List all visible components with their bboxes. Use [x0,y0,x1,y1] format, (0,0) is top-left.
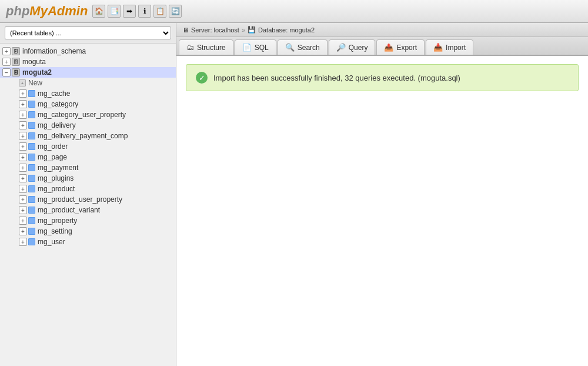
tab-search[interactable]: 🔍 Search [278,39,328,55]
expander-mg-cache[interactable]: + [19,89,27,98]
expander-mg-payment[interactable]: + [19,164,27,172]
table-icon-mg-product-user-property [28,196,35,203]
tab-import-label: Import [446,44,466,52]
expander-mg-product-variant[interactable]: + [19,206,27,214]
breadcrumb: 🖥 Server: localhost » 💾 Database: moguta… [176,23,588,37]
tree-item-new[interactable]: + New [0,78,176,88]
success-icon: ✓ [196,72,208,84]
main-layout: (Recent tables) ... + 🗄 information_sche… [0,23,588,366]
expander-mg-product-user-property[interactable]: + [19,195,27,204]
label-mg-user: mg_user [38,238,65,246]
db-icon-moguta2: 🗄 [12,68,20,76]
label-information-schema: information_schema [22,47,86,55]
tree-item-mg-delivery-payment-comp[interactable]: + mg_delivery_payment_comp [0,131,176,141]
info-icon[interactable]: ℹ [138,5,151,18]
tree-item-mg-user[interactable]: + mg_user [0,237,176,247]
tree-item-moguta2[interactable]: − 🗄 moguta2 [0,67,176,78]
tab-bar: 🗂 Structure 📄 SQL 🔍 Search 🔎 Query 📤 Exp… [176,37,588,56]
tab-structure[interactable]: 🗂 Structure [179,39,233,55]
expander-mg-category[interactable]: + [19,100,27,108]
database-tree: + 🗄 information_schema + 🗄 moguta − 🗄 mo… [0,44,176,366]
tab-search-label: Search [298,44,320,52]
header-icons: 🏠 📑 ➡ ℹ 📋 🔄 [92,5,182,18]
tree-item-mg-setting[interactable]: + mg_setting [0,226,176,237]
tab-sql-label: SQL [255,44,269,52]
home-icon[interactable]: 🏠 [92,5,105,18]
structure-tab-icon: 🗂 [186,43,194,52]
label-new: New [28,79,42,87]
tree-item-mg-product-variant[interactable]: + mg_product_variant [0,205,176,215]
table-icon-mg-category [28,101,35,108]
expander-mg-product[interactable]: + [19,185,27,193]
label-mg-delivery-payment-comp: mg_delivery_payment_comp [38,132,128,140]
expander-mg-user[interactable]: + [19,238,27,246]
server-label: Server: localhost [191,26,239,34]
tab-export-label: Export [396,44,417,52]
new-table-icon: + [19,79,26,86]
label-mg-page: mg_page [38,153,67,161]
sidebar: (Recent tables) ... + 🗄 information_sche… [0,23,176,366]
tab-export[interactable]: 📤 Export [376,39,425,55]
logo: phpMyAdmin [6,4,88,19]
tree-item-information-schema[interactable]: + 🗄 information_schema [0,46,176,56]
query-tab-icon: 🔎 [336,43,346,52]
expander-mg-category-user-property[interactable]: + [19,111,27,119]
tree-item-mg-product[interactable]: + mg_product [0,184,176,194]
main-content: ✓ Import has been successfully finished,… [176,56,588,366]
app-header: phpMyAdmin 🏠 📑 ➡ ℹ 📋 🔄 [0,0,588,23]
tree-item-mg-category-user-property[interactable]: + mg_category_user_property [0,109,176,120]
label-mg-category-user-property: mg_category_user_property [38,111,126,119]
tree-item-mg-plugins[interactable]: + mg_plugins [0,173,176,184]
tab-query-label: Query [349,44,368,52]
tree-item-mg-delivery[interactable]: + mg_delivery [0,120,176,131]
success-message: Import has been successfully finished, 3… [213,74,460,82]
bookmark-icon[interactable]: 📑 [108,5,121,18]
table-icon-mg-property [28,217,35,224]
expander-information-schema[interactable]: + [2,47,11,55]
recent-tables-select[interactable]: (Recent tables) ... [5,26,171,39]
expander-mg-plugins[interactable]: + [19,174,27,182]
tab-sql[interactable]: 📄 SQL [235,39,276,55]
expander-mg-page[interactable]: + [19,153,27,161]
refresh-icon[interactable]: 🔄 [169,5,182,18]
table-icon-mg-product [28,185,35,192]
expander-mg-order[interactable]: + [19,142,27,151]
sidebar-header: (Recent tables) ... [0,23,176,44]
label-moguta: moguta [22,58,46,66]
page-icon[interactable]: 📋 [153,5,166,18]
tree-item-mg-order[interactable]: + mg_order [0,141,176,152]
tree-item-mg-payment[interactable]: + mg_payment [0,162,176,173]
db-icon: 💾 [248,26,256,34]
expander-mg-setting[interactable]: + [19,227,27,235]
tab-import[interactable]: 📥 Import [426,39,473,55]
tree-item-mg-category[interactable]: + mg_category [0,99,176,109]
navigate-icon[interactable]: ➡ [123,5,136,18]
expander-moguta2[interactable]: − [2,68,11,76]
table-icon-mg-payment [28,164,35,171]
label-mg-product: mg_product [38,185,75,193]
tab-query[interactable]: 🔎 Query [329,39,376,55]
label-mg-category: mg_category [38,100,78,108]
logo-myadmin: MyAdmin [29,4,88,18]
expander-mg-delivery[interactable]: + [19,121,27,129]
expander-mg-property[interactable]: + [19,217,27,225]
success-notification: ✓ Import has been successfully finished,… [186,64,579,91]
table-icon-mg-delivery [28,122,35,129]
table-icon-mg-setting [28,228,35,235]
breadcrumb-separator: » [242,26,245,34]
tree-item-mg-cache[interactable]: + mg_cache [0,88,176,99]
label-mg-product-variant: mg_product_variant [38,206,100,214]
table-icon-mg-product-variant [28,207,35,214]
tree-item-mg-property[interactable]: + mg_property [0,215,176,226]
tree-item-moguta[interactable]: + 🗄 moguta [0,56,176,67]
expander-moguta[interactable]: + [2,58,11,66]
expander-mg-delivery-payment-comp[interactable]: + [19,132,27,140]
db-icon-moguta: 🗄 [12,58,20,66]
label-mg-product-user-property: mg_product_user_property [38,195,122,204]
label-mg-setting: mg_setting [38,227,72,235]
table-icon-mg-user [28,238,35,245]
tree-item-mg-product-user-property[interactable]: + mg_product_user_property [0,194,176,205]
db-icon-information-schema: 🗄 [12,47,20,55]
tree-item-mg-page[interactable]: + mg_page [0,152,176,162]
label-mg-cache: mg_cache [38,89,70,98]
